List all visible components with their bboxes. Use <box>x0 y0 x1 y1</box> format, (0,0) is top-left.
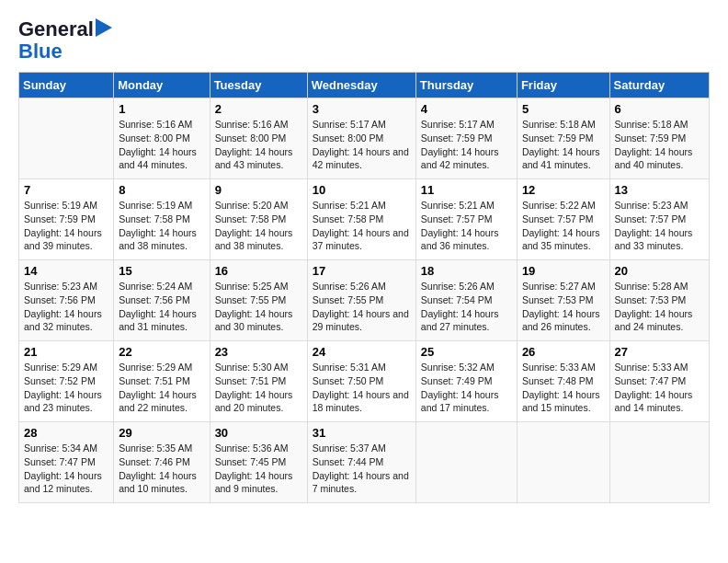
calendar-cell: 18Sunrise: 5:26 AMSunset: 7:54 PMDayligh… <box>415 260 517 341</box>
day-number: 8 <box>119 183 204 197</box>
day-number: 28 <box>24 426 108 440</box>
calendar-cell: 30Sunrise: 5:36 AMSunset: 7:45 PMDayligh… <box>210 422 307 503</box>
day-info: Sunrise: 5:20 AMSunset: 7:58 PMDaylight:… <box>215 199 302 253</box>
day-number: 21 <box>24 345 108 359</box>
calendar-cell: 16Sunrise: 5:25 AMSunset: 7:55 PMDayligh… <box>210 260 307 341</box>
day-number: 25 <box>421 345 512 359</box>
day-info: Sunrise: 5:33 AMSunset: 7:48 PMDaylight:… <box>522 361 605 415</box>
day-info: Sunrise: 5:35 AMSunset: 7:46 PMDaylight:… <box>119 442 204 496</box>
calendar-cell: 3Sunrise: 5:17 AMSunset: 8:00 PMDaylight… <box>307 98 415 179</box>
day-number: 6 <box>615 102 704 116</box>
logo-blue: Blue <box>18 40 63 63</box>
col-header-thursday: Thursday <box>415 73 517 98</box>
logo-general: General <box>18 18 94 40</box>
calendar-week-row: 21Sunrise: 5:29 AMSunset: 7:52 PMDayligh… <box>19 341 710 422</box>
col-header-friday: Friday <box>517 73 609 98</box>
calendar-cell: 15Sunrise: 5:24 AMSunset: 7:56 PMDayligh… <box>114 260 210 341</box>
calendar-cell: 4Sunrise: 5:17 AMSunset: 7:59 PMDaylight… <box>415 98 517 179</box>
calendar-cell: 27Sunrise: 5:33 AMSunset: 7:47 PMDayligh… <box>609 341 709 422</box>
col-header-monday: Monday <box>114 73 210 98</box>
day-info: Sunrise: 5:30 AMSunset: 7:51 PMDaylight:… <box>215 361 302 415</box>
day-number: 30 <box>215 426 302 440</box>
day-number: 2 <box>215 102 302 116</box>
day-info: Sunrise: 5:37 AMSunset: 7:44 PMDaylight:… <box>313 442 411 496</box>
calendar-cell: 17Sunrise: 5:26 AMSunset: 7:55 PMDayligh… <box>307 260 415 341</box>
day-number: 31 <box>313 426 411 440</box>
day-number: 29 <box>119 426 204 440</box>
day-number: 26 <box>522 345 605 359</box>
day-number: 27 <box>615 345 704 359</box>
calendar-cell: 10Sunrise: 5:21 AMSunset: 7:58 PMDayligh… <box>307 179 415 260</box>
day-info: Sunrise: 5:27 AMSunset: 7:53 PMDaylight:… <box>522 280 605 334</box>
day-info: Sunrise: 5:29 AMSunset: 7:52 PMDaylight:… <box>24 361 108 415</box>
calendar-cell: 25Sunrise: 5:32 AMSunset: 7:49 PMDayligh… <box>415 341 517 422</box>
calendar-week-row: 14Sunrise: 5:23 AMSunset: 7:56 PMDayligh… <box>19 260 710 341</box>
day-number: 15 <box>119 264 204 278</box>
col-header-wednesday: Wednesday <box>307 73 415 98</box>
day-number: 1 <box>119 102 204 116</box>
day-info: Sunrise: 5:31 AMSunset: 7:50 PMDaylight:… <box>313 361 411 415</box>
day-info: Sunrise: 5:29 AMSunset: 7:51 PMDaylight:… <box>119 361 204 415</box>
calendar-cell <box>19 98 114 179</box>
day-number: 3 <box>313 102 411 116</box>
calendar-table: SundayMondayTuesdayWednesdayThursdayFrid… <box>18 72 710 503</box>
calendar-body: 1Sunrise: 5:16 AMSunset: 8:00 PMDaylight… <box>19 98 710 503</box>
calendar-cell: 6Sunrise: 5:18 AMSunset: 7:59 PMDaylight… <box>609 98 709 179</box>
day-info: Sunrise: 5:34 AMSunset: 7:47 PMDaylight:… <box>24 442 108 496</box>
day-info: Sunrise: 5:18 AMSunset: 7:59 PMDaylight:… <box>522 118 605 172</box>
day-number: 14 <box>24 264 108 278</box>
calendar-cell: 19Sunrise: 5:27 AMSunset: 7:53 PMDayligh… <box>517 260 609 341</box>
day-info: Sunrise: 5:26 AMSunset: 7:55 PMDaylight:… <box>313 280 411 334</box>
day-info: Sunrise: 5:16 AMSunset: 8:00 PMDaylight:… <box>215 118 302 172</box>
calendar-cell: 20Sunrise: 5:28 AMSunset: 7:53 PMDayligh… <box>609 260 709 341</box>
day-info: Sunrise: 5:21 AMSunset: 7:57 PMDaylight:… <box>421 199 512 253</box>
calendar-week-row: 7Sunrise: 5:19 AMSunset: 7:59 PMDaylight… <box>19 179 710 260</box>
calendar-cell: 23Sunrise: 5:30 AMSunset: 7:51 PMDayligh… <box>210 341 307 422</box>
day-info: Sunrise: 5:24 AMSunset: 7:56 PMDaylight:… <box>119 280 204 334</box>
day-info: Sunrise: 5:21 AMSunset: 7:58 PMDaylight:… <box>313 199 411 253</box>
day-info: Sunrise: 5:28 AMSunset: 7:53 PMDaylight:… <box>615 280 704 334</box>
day-number: 13 <box>615 183 704 197</box>
calendar-cell: 28Sunrise: 5:34 AMSunset: 7:47 PMDayligh… <box>19 422 114 503</box>
day-number: 4 <box>421 102 512 116</box>
logo: General Blue <box>18 18 112 63</box>
calendar-cell: 26Sunrise: 5:33 AMSunset: 7:48 PMDayligh… <box>517 341 609 422</box>
calendar-cell: 29Sunrise: 5:35 AMSunset: 7:46 PMDayligh… <box>114 422 210 503</box>
day-number: 10 <box>313 183 411 197</box>
day-info: Sunrise: 5:36 AMSunset: 7:45 PMDaylight:… <box>215 442 302 496</box>
calendar-cell: 1Sunrise: 5:16 AMSunset: 8:00 PMDaylight… <box>114 98 210 179</box>
col-header-saturday: Saturday <box>609 73 709 98</box>
day-number: 24 <box>313 345 411 359</box>
day-info: Sunrise: 5:16 AMSunset: 8:00 PMDaylight:… <box>119 118 204 172</box>
day-info: Sunrise: 5:23 AMSunset: 7:56 PMDaylight:… <box>24 280 108 334</box>
day-info: Sunrise: 5:19 AMSunset: 7:58 PMDaylight:… <box>119 199 204 253</box>
day-number: 23 <box>215 345 302 359</box>
day-info: Sunrise: 5:17 AMSunset: 8:00 PMDaylight:… <box>313 118 411 172</box>
day-info: Sunrise: 5:32 AMSunset: 7:49 PMDaylight:… <box>421 361 512 415</box>
day-number: 20 <box>615 264 704 278</box>
day-info: Sunrise: 5:17 AMSunset: 7:59 PMDaylight:… <box>421 118 512 172</box>
calendar-cell: 2Sunrise: 5:16 AMSunset: 8:00 PMDaylight… <box>210 98 307 179</box>
calendar-cell: 7Sunrise: 5:19 AMSunset: 7:59 PMDaylight… <box>19 179 114 260</box>
col-header-tuesday: Tuesday <box>210 73 307 98</box>
calendar-cell <box>415 422 517 503</box>
day-number: 9 <box>215 183 302 197</box>
day-number: 19 <box>522 264 605 278</box>
calendar-week-row: 28Sunrise: 5:34 AMSunset: 7:47 PMDayligh… <box>19 422 710 503</box>
day-number: 22 <box>119 345 204 359</box>
day-number: 7 <box>24 183 108 197</box>
calendar-cell: 8Sunrise: 5:19 AMSunset: 7:58 PMDaylight… <box>114 179 210 260</box>
day-info: Sunrise: 5:18 AMSunset: 7:59 PMDaylight:… <box>615 118 704 172</box>
calendar-cell <box>609 422 709 503</box>
calendar-header-row: SundayMondayTuesdayWednesdayThursdayFrid… <box>19 73 710 98</box>
day-number: 17 <box>313 264 411 278</box>
calendar-week-row: 1Sunrise: 5:16 AMSunset: 8:00 PMDaylight… <box>19 98 710 179</box>
logo-arrow-icon <box>96 18 112 37</box>
calendar-cell: 9Sunrise: 5:20 AMSunset: 7:58 PMDaylight… <box>210 179 307 260</box>
day-number: 18 <box>421 264 512 278</box>
calendar-cell <box>517 422 609 503</box>
calendar-cell: 14Sunrise: 5:23 AMSunset: 7:56 PMDayligh… <box>19 260 114 341</box>
day-info: Sunrise: 5:22 AMSunset: 7:57 PMDaylight:… <box>522 199 605 253</box>
calendar-cell: 31Sunrise: 5:37 AMSunset: 7:44 PMDayligh… <box>307 422 415 503</box>
calendar-cell: 12Sunrise: 5:22 AMSunset: 7:57 PMDayligh… <box>517 179 609 260</box>
